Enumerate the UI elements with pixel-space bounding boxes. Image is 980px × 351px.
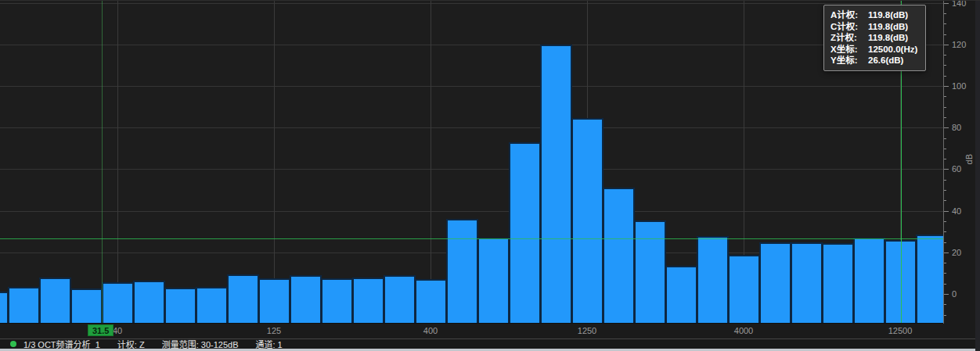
- frequency-axis: 31.5 401254001250400012500: [0, 324, 943, 338]
- spectrum-bar-100hz[interactable]: [227, 274, 259, 324]
- spectrum-bar-6300hz[interactable]: [791, 242, 823, 324]
- level-cursor-line[interactable]: [0, 238, 943, 239]
- spectrum-bar-80hz[interactable]: [196, 287, 228, 324]
- y-minor-tick: [944, 284, 946, 285]
- readout-row-y-coord: Y坐标: 26.6(dB): [830, 55, 919, 66]
- h-gridline: [0, 127, 943, 128]
- spectrum-bar-630hz[interactable]: [477, 238, 510, 324]
- spectrum-bar-160hz[interactable]: [290, 275, 322, 324]
- window-right-edge: [975, 1, 980, 351]
- y-minor-tick: [944, 23, 946, 24]
- spectrum-bar-3150hz[interactable]: [697, 236, 729, 324]
- y-minor-tick: [944, 315, 946, 316]
- h-gridline: [0, 45, 943, 45]
- readout-row-a-weight: A计权: 119.8(dB): [830, 9, 919, 21]
- spectrum-bar-1000hz[interactable]: [540, 45, 572, 324]
- spectrum-bar-31.5hz[interactable]: [70, 288, 103, 324]
- y-minor-tick: [944, 13, 946, 14]
- spectrum-bar-250hz[interactable]: [352, 278, 384, 324]
- y-tick-label: 20: [952, 248, 961, 257]
- y-minor-tick: [944, 65, 946, 66]
- y-minor-tick: [944, 149, 946, 149]
- y-minor-tick: [944, 273, 946, 274]
- y-minor-tick: [944, 159, 946, 159]
- y-minor-tick: [944, 117, 946, 118]
- spectrum-bar-2500hz[interactable]: [665, 266, 697, 324]
- x-tick-label-400: 400: [423, 326, 438, 335]
- cursor-frequency-badge[interactable]: 31.5: [88, 324, 113, 336]
- spectrum-bar-1250hz[interactable]: [571, 118, 603, 324]
- y-tick-label: 80: [952, 123, 961, 132]
- spectrum-bar-400hz[interactable]: [415, 279, 447, 324]
- v-gridline: [274, 1, 275, 323]
- spectrum-bar-8000hz[interactable]: [822, 243, 854, 324]
- frequency-cursor-31.5[interactable]: [102, 1, 103, 324]
- v-gridline: [117, 1, 118, 323]
- z-weight-value: 119.8(dB): [868, 32, 919, 44]
- a-weight-value: 119.8(dB): [868, 9, 919, 21]
- y-minor-tick: [944, 138, 946, 139]
- db-axis-unit-label: dB: [964, 154, 974, 164]
- spectrum-bar-125hz[interactable]: [258, 278, 290, 324]
- x-coord-value: 12500.0(Hz): [868, 44, 919, 56]
- y-major-tick: [944, 211, 949, 212]
- spectrum-bar-50hz[interactable]: [133, 281, 165, 324]
- y-coord-label: Y坐标:: [830, 55, 868, 66]
- spectrum-bar-40hz[interactable]: [102, 282, 134, 324]
- y-major-tick: [944, 127, 949, 128]
- x-tick-label-4000: 4000: [734, 326, 753, 335]
- spectrum-bar-315hz[interactable]: [384, 275, 416, 324]
- y-minor-tick: [944, 34, 946, 35]
- y-minor-tick: [944, 55, 946, 56]
- c-weight-value: 119.8(dB): [868, 21, 919, 33]
- y-major-tick: [944, 169, 949, 170]
- y-minor-tick: [944, 263, 946, 263]
- y-tick-label: 100: [952, 81, 966, 91]
- x-tick-label-40: 40: [113, 326, 122, 335]
- spectrum-bar-25hz[interactable]: [39, 278, 71, 324]
- channel-active-indicator: [10, 341, 16, 347]
- y-major-tick: [944, 294, 949, 295]
- y-tick-label: 40: [952, 206, 961, 216]
- y-major-tick: [944, 3, 949, 4]
- v-gridline: [431, 1, 431, 323]
- y-minor-tick: [944, 190, 946, 191]
- x-tick-label-125: 125: [267, 326, 281, 335]
- y-major-tick: [944, 253, 949, 253]
- spectrum-bar-2000hz[interactable]: [634, 220, 666, 324]
- y-minor-tick: [944, 180, 946, 181]
- spectrum-bar-800hz[interactable]: [509, 142, 541, 324]
- x-tick-label-1250: 1250: [578, 326, 596, 335]
- measurement-readout-tooltip: A计权: 119.8(dB) C计权: 119.8(dB) Z计权: 119.8…: [823, 5, 926, 71]
- y-minor-tick: [944, 76, 946, 77]
- y-minor-tick: [944, 221, 946, 222]
- y-major-tick: [944, 45, 949, 45]
- spectrum-analyzer-window: 020406080100120140 dB 31.5 4012540012504…: [0, 0, 980, 351]
- spectrum-bar-200hz[interactable]: [321, 278, 353, 324]
- y-minor-tick: [944, 242, 946, 243]
- readout-row-z-weight: Z计权: 119.8(dB): [830, 32, 919, 44]
- spectrum-bar-5000hz[interactable]: [759, 242, 791, 324]
- spectrum-bar-500hz[interactable]: [446, 219, 478, 324]
- spectrum-bar-63hz[interactable]: [164, 288, 196, 324]
- readout-row-c-weight: C计权: 119.8(dB): [830, 21, 919, 33]
- h-gridline: [0, 86, 943, 87]
- h-gridline: [0, 169, 943, 170]
- spectrum-bar-10000hz[interactable]: [853, 238, 885, 324]
- y-coord-value: 26.6(dB): [868, 55, 919, 66]
- y-tick-label: 0: [952, 289, 957, 299]
- y-tick-label: 140: [952, 0, 966, 8]
- y-tick-label: 60: [952, 164, 961, 174]
- spectrum-bar-1600hz[interactable]: [603, 188, 635, 324]
- chart-plot-area[interactable]: [0, 1, 943, 324]
- spectrum-bar-16000hz[interactable]: [916, 235, 943, 324]
- h-gridline: [0, 211, 943, 212]
- y-major-tick: [944, 86, 949, 87]
- x-tick-label-12500: 12500: [888, 326, 913, 335]
- z-weight-label: Z计权:: [830, 32, 868, 44]
- c-weight-label: C计权:: [830, 21, 868, 33]
- spectrum-bar-4000hz[interactable]: [728, 255, 760, 324]
- spectrum-bar-20hz[interactable]: [8, 287, 40, 324]
- readout-row-x-coord: X坐标: 12500.0(Hz): [830, 44, 919, 56]
- x-coord-label: X坐标:: [830, 44, 868, 56]
